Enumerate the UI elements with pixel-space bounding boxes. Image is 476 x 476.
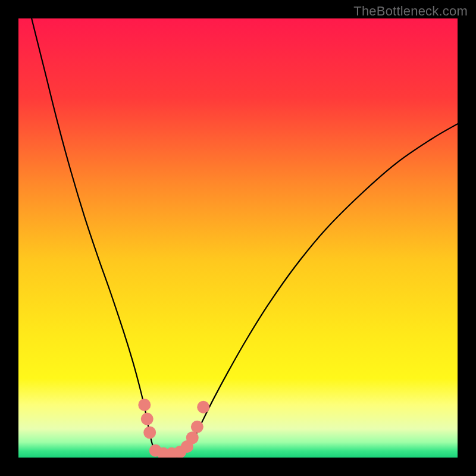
watermark-text: TheBottleneck.com — [353, 4, 468, 19]
curve-right-branch — [168, 124, 458, 456]
marker-dot — [141, 413, 154, 425]
curve-left-branch — [32, 18, 168, 457]
bottleneck-curve — [32, 18, 458, 457]
plot-area — [18, 18, 458, 458]
valley-markers — [138, 399, 209, 458]
marker-dot — [197, 401, 209, 414]
curves-layer — [18, 18, 458, 458]
marker-dot — [186, 431, 199, 444]
marker-dot — [191, 421, 203, 433]
marker-dot — [138, 399, 151, 411]
marker-dot — [143, 426, 156, 439]
chart-stage: TheBottleneck.com — [0, 0, 476, 476]
